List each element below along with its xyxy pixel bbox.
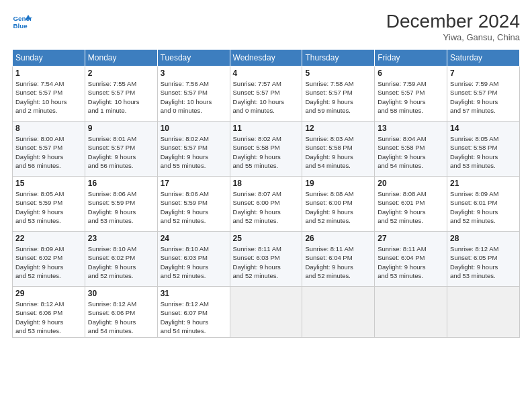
day-number: 24 [161, 234, 227, 243]
weekday-header-thursday: Thursday [302, 50, 375, 66]
calendar: SundayMondayTuesdayWednesdayThursdayFrid… [12, 49, 520, 338]
day-info: Sunrise: 8:09 AMSunset: 6:01 PMDaylight:… [450, 189, 517, 225]
day-number: 25 [233, 234, 300, 243]
day-number: 21 [450, 179, 517, 188]
day-number: 31 [161, 289, 227, 298]
day-number: 2 [88, 68, 154, 78]
calendar-cell [375, 287, 447, 338]
calendar-cell: 29Sunrise: 8:12 AMSunset: 6:06 PMDayligh… [13, 287, 85, 338]
day-number: 16 [88, 179, 154, 188]
calendar-cell: 10Sunrise: 8:02 AMSunset: 5:57 PMDayligh… [157, 122, 230, 177]
day-info: Sunrise: 8:02 AMSunset: 5:58 PMDaylight:… [233, 134, 300, 170]
calendar-cell: 31Sunrise: 8:12 AMSunset: 6:07 PMDayligh… [157, 287, 230, 338]
calendar-cell: 23Sunrise: 8:10 AMSunset: 6:02 PMDayligh… [85, 232, 157, 287]
day-info: Sunrise: 8:11 AMSunset: 6:04 PMDaylight:… [305, 244, 371, 280]
day-info: Sunrise: 7:54 AMSunset: 5:57 PMDaylight:… [15, 79, 82, 115]
calendar-cell: 13Sunrise: 8:04 AMSunset: 5:58 PMDayligh… [375, 122, 447, 177]
day-info: Sunrise: 8:09 AMSunset: 6:02 PMDaylight:… [15, 244, 82, 280]
weekday-header-saturday: Saturday [447, 50, 520, 66]
calendar-cell [447, 287, 520, 338]
day-number: 22 [15, 234, 82, 243]
day-info: Sunrise: 8:06 AMSunset: 5:59 PMDaylight:… [88, 189, 154, 225]
calendar-cell: 18Sunrise: 8:07 AMSunset: 6:00 PMDayligh… [230, 177, 302, 232]
calendar-cell: 17Sunrise: 8:06 AMSunset: 5:59 PMDayligh… [157, 177, 230, 232]
calendar-cell: 8Sunrise: 8:00 AMSunset: 5:57 PMDaylight… [13, 122, 85, 177]
calendar-cell: 12Sunrise: 8:03 AMSunset: 5:58 PMDayligh… [302, 122, 375, 177]
day-info: Sunrise: 7:58 AMSunset: 5:57 PMDaylight:… [305, 79, 371, 115]
day-number: 7 [450, 68, 517, 78]
day-info: Sunrise: 8:12 AMSunset: 6:07 PMDaylight:… [161, 300, 227, 335]
day-info: Sunrise: 8:00 AMSunset: 5:57 PMDaylight:… [15, 134, 82, 170]
day-number: 30 [88, 289, 154, 298]
calendar-cell: 15Sunrise: 8:05 AMSunset: 5:59 PMDayligh… [13, 177, 85, 232]
day-info: Sunrise: 8:08 AMSunset: 6:00 PMDaylight:… [305, 189, 371, 225]
svg-text:Blue: Blue [13, 22, 28, 30]
day-info: Sunrise: 7:55 AMSunset: 5:57 PMDaylight:… [88, 79, 154, 115]
day-number: 27 [378, 234, 444, 243]
calendar-cell: 25Sunrise: 8:11 AMSunset: 6:03 PMDayligh… [230, 232, 302, 287]
calendar-cell: 27Sunrise: 8:11 AMSunset: 6:04 PMDayligh… [375, 232, 447, 287]
day-number: 10 [161, 124, 227, 133]
day-info: Sunrise: 8:08 AMSunset: 6:01 PMDaylight:… [378, 189, 444, 225]
day-info: Sunrise: 7:56 AMSunset: 5:57 PMDaylight:… [161, 79, 227, 115]
month-title: December 2024 [386, 11, 520, 32]
calendar-cell: 24Sunrise: 8:10 AMSunset: 6:03 PMDayligh… [157, 232, 230, 287]
weekday-header-wednesday: Wednesday [230, 50, 302, 66]
calendar-cell: 1Sunrise: 7:54 AMSunset: 5:57 PMDaylight… [13, 66, 85, 122]
day-number: 23 [88, 234, 154, 243]
calendar-cell: 3Sunrise: 7:56 AMSunset: 5:57 PMDaylight… [157, 66, 230, 122]
day-info: Sunrise: 7:59 AMSunset: 5:57 PMDaylight:… [450, 79, 517, 115]
day-info: Sunrise: 8:07 AMSunset: 6:00 PMDaylight:… [233, 189, 300, 225]
calendar-cell: 26Sunrise: 8:11 AMSunset: 6:04 PMDayligh… [302, 232, 375, 287]
weekday-header-tuesday: Tuesday [157, 50, 230, 66]
calendar-cell: 28Sunrise: 8:12 AMSunset: 6:05 PMDayligh… [447, 232, 520, 287]
day-number: 14 [450, 124, 517, 133]
day-number: 15 [15, 179, 82, 188]
calendar-cell: 22Sunrise: 8:09 AMSunset: 6:02 PMDayligh… [13, 232, 85, 287]
day-info: Sunrise: 8:12 AMSunset: 6:06 PMDaylight:… [15, 300, 82, 335]
day-info: Sunrise: 8:12 AMSunset: 6:05 PMDaylight:… [450, 244, 517, 280]
page: General Blue December 2024 Yiwa, Gansu, … [0, 0, 532, 411]
day-info: Sunrise: 8:04 AMSunset: 5:58 PMDaylight:… [378, 134, 444, 170]
calendar-cell [230, 287, 302, 338]
day-info: Sunrise: 8:01 AMSunset: 5:57 PMDaylight:… [88, 134, 154, 170]
calendar-cell: 11Sunrise: 8:02 AMSunset: 5:58 PMDayligh… [230, 122, 302, 177]
day-info: Sunrise: 8:05 AMSunset: 5:59 PMDaylight:… [15, 189, 82, 225]
day-info: Sunrise: 7:57 AMSunset: 5:57 PMDaylight:… [233, 79, 300, 115]
calendar-cell: 2Sunrise: 7:55 AMSunset: 5:57 PMDaylight… [85, 66, 157, 122]
weekday-header-sunday: Sunday [13, 50, 85, 66]
header: General Blue December 2024 Yiwa, Gansu, … [12, 11, 520, 42]
day-number: 5 [305, 68, 371, 78]
day-info: Sunrise: 8:10 AMSunset: 6:03 PMDaylight:… [161, 244, 227, 280]
calendar-cell: 5Sunrise: 7:58 AMSunset: 5:57 PMDaylight… [302, 66, 375, 122]
day-number: 11 [233, 124, 300, 133]
calendar-cell: 4Sunrise: 7:57 AMSunset: 5:57 PMDaylight… [230, 66, 302, 122]
day-info: Sunrise: 8:02 AMSunset: 5:57 PMDaylight:… [161, 134, 227, 170]
day-number: 8 [15, 124, 82, 133]
weekday-header-friday: Friday [375, 50, 447, 66]
logo: General Blue [12, 11, 35, 31]
day-number: 20 [378, 179, 444, 188]
day-info: Sunrise: 8:05 AMSunset: 5:58 PMDaylight:… [450, 134, 517, 170]
calendar-cell: 9Sunrise: 8:01 AMSunset: 5:57 PMDaylight… [85, 122, 157, 177]
day-number: 12 [305, 124, 371, 133]
calendar-cell: 19Sunrise: 8:08 AMSunset: 6:00 PMDayligh… [302, 177, 375, 232]
calendar-cell: 6Sunrise: 7:59 AMSunset: 5:57 PMDaylight… [375, 66, 447, 122]
day-number: 26 [305, 234, 371, 243]
day-number: 9 [88, 124, 154, 133]
day-number: 28 [450, 234, 517, 243]
calendar-cell: 20Sunrise: 8:08 AMSunset: 6:01 PMDayligh… [375, 177, 447, 232]
day-info: Sunrise: 8:06 AMSunset: 5:59 PMDaylight:… [161, 189, 227, 225]
title-area: December 2024 Yiwa, Gansu, China [386, 11, 520, 42]
day-number: 6 [378, 68, 444, 78]
day-number: 29 [15, 289, 82, 298]
weekday-header-monday: Monday [85, 50, 157, 66]
calendar-cell: 16Sunrise: 8:06 AMSunset: 5:59 PMDayligh… [85, 177, 157, 232]
day-number: 4 [233, 68, 300, 78]
day-info: Sunrise: 8:11 AMSunset: 6:03 PMDaylight:… [233, 244, 300, 280]
calendar-cell [302, 287, 375, 338]
day-number: 1 [15, 68, 82, 78]
day-info: Sunrise: 8:10 AMSunset: 6:02 PMDaylight:… [88, 244, 154, 280]
day-number: 19 [305, 179, 371, 188]
calendar-cell: 21Sunrise: 8:09 AMSunset: 6:01 PMDayligh… [447, 177, 520, 232]
